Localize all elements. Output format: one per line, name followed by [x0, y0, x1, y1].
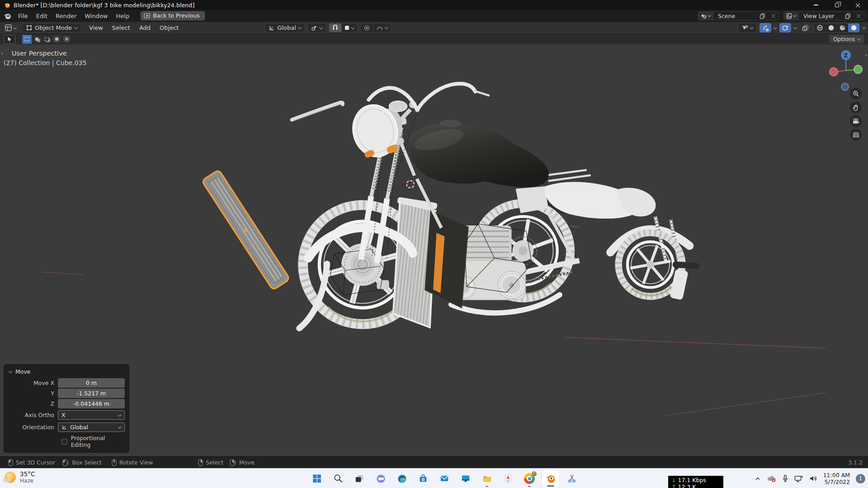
- select-subtract-button[interactable]: [42, 35, 52, 44]
- notification-badge[interactable]: 1: [856, 474, 865, 483]
- document-app-button[interactable]: [499, 469, 517, 488]
- menu-object[interactable]: Object: [156, 23, 183, 33]
- show-gizmo-toggle[interactable]: [760, 23, 771, 33]
- select-intersect-button[interactable]: [62, 35, 72, 44]
- speaker-icon[interactable]: [809, 475, 817, 482]
- shading-material-button[interactable]: [837, 23, 848, 32]
- falloff-dropdown[interactable]: [373, 23, 391, 32]
- view-layer-new-copy-button[interactable]: [842, 12, 854, 20]
- gizmo-y-axis[interactable]: [854, 66, 862, 74]
- chrome-button[interactable]: [520, 469, 538, 488]
- weather-widget[interactable]: 35°C Haze: [5, 470, 35, 484]
- onedrive-error-icon[interactable]: [767, 475, 776, 483]
- interaction-mode-dropdown[interactable]: Object Mode: [22, 23, 81, 33]
- file-explorer-button[interactable]: [478, 469, 496, 488]
- mail-button[interactable]: [435, 469, 453, 488]
- scene-name[interactable]: Scene: [713, 13, 757, 19]
- view-layer-selector[interactable]: View Layer: [783, 11, 864, 20]
- scene-browse-button[interactable]: [698, 12, 713, 20]
- selected-grille-plank-object[interactable]: [202, 169, 290, 290]
- overlays-options-chevron-icon[interactable]: [793, 25, 797, 29]
- snap-toggle[interactable]: [329, 23, 341, 32]
- menu-file[interactable]: File: [14, 11, 32, 21]
- shading-options-chevron-icon[interactable]: [862, 25, 866, 29]
- floating-rod-object[interactable]: [292, 103, 343, 121]
- viewport-canvas[interactable]: [0, 44, 868, 456]
- select-extend-button[interactable]: [32, 35, 42, 44]
- display-pen-icon[interactable]: [794, 475, 803, 483]
- search-button[interactable]: [329, 469, 347, 488]
- visibility-dropdown[interactable]: [738, 23, 757, 33]
- scene-new-copy-button[interactable]: [757, 12, 768, 20]
- motorcycle-model[interactable]: [299, 84, 656, 328]
- scene-selector[interactable]: Scene: [698, 11, 779, 20]
- proportional-editing-widget[interactable]: [360, 23, 392, 33]
- gizmo-options-chevron-icon[interactable]: [774, 25, 777, 29]
- blender-taskbar-button[interactable]: [542, 469, 560, 488]
- menu-add[interactable]: Add: [135, 23, 155, 33]
- select-set-button[interactable]: [22, 35, 32, 44]
- menu-select[interactable]: Select: [108, 23, 134, 33]
- snap-target-dropdown[interactable]: [341, 23, 357, 32]
- transform-orientation-dropdown[interactable]: Global: [265, 23, 304, 33]
- keymap-hint-select: Select: [198, 459, 223, 466]
- zoom-view-button[interactable]: [850, 88, 862, 99]
- task-view-button[interactable]: [350, 469, 368, 488]
- navigation-gizmo[interactable]: Z: [828, 47, 863, 93]
- editor-type-button[interactable]: [3, 23, 19, 32]
- snapping-widget[interactable]: [329, 23, 358, 33]
- teams-chat-button[interactable]: [372, 469, 390, 488]
- gizmo-x-axis[interactable]: [830, 68, 838, 76]
- start-button[interactable]: [308, 469, 326, 488]
- xray-toggle[interactable]: [799, 23, 811, 33]
- sidebar-expand-arrow-icon[interactable]: ‹: [865, 52, 867, 58]
- move-z-field[interactable]: -0.041446 m: [58, 399, 125, 408]
- blender-menu-logo-icon[interactable]: [4, 12, 11, 20]
- edge-button[interactable]: [393, 469, 411, 488]
- shading-solid-button[interactable]: [826, 23, 837, 32]
- proportional-icon: [364, 25, 370, 31]
- proportional-toggle[interactable]: [361, 23, 373, 32]
- back-to-previous-button[interactable]: Back to Previous: [141, 11, 205, 20]
- desktop-monitor-button[interactable]: [457, 469, 475, 488]
- menu-edit[interactable]: Edit: [32, 11, 52, 21]
- pivot-point-dropdown[interactable]: [307, 23, 326, 33]
- minimize-button[interactable]: [806, 0, 826, 10]
- view-layer-name[interactable]: View Layer: [799, 13, 842, 19]
- menu-render[interactable]: Render: [52, 11, 80, 21]
- menu-help[interactable]: Help: [112, 11, 134, 21]
- move-y-field[interactable]: -1.5217 m: [58, 389, 125, 398]
- camera-view-button[interactable]: [850, 115, 862, 127]
- hidden-icons-chevron[interactable]: [755, 476, 761, 481]
- restore-button[interactable]: [826, 0, 847, 10]
- move-panel-header[interactable]: Move: [8, 367, 125, 378]
- axis-ortho-dropdown[interactable]: X: [58, 410, 125, 420]
- proportional-editing-checkbox[interactable]: [61, 439, 67, 445]
- shading-rendered-button[interactable]: [848, 23, 859, 32]
- toggle-ortho-button[interactable]: [850, 129, 862, 141]
- download-arrow-icon: ↓: [671, 477, 676, 483]
- gizmo-minus-z-axis[interactable]: [841, 83, 849, 90]
- scene-unlink-button[interactable]: [768, 12, 778, 20]
- show-overlays-toggle[interactable]: [779, 23, 791, 33]
- toolbar-expand-arrow-icon[interactable]: ›: [1, 50, 3, 56]
- net-speed-widget[interactable]: ↓ 17.1 Kbps ↑ 12.3 K: [668, 476, 723, 488]
- view-layer-browse-button[interactable]: [784, 12, 799, 20]
- move-x-field[interactable]: 0 m: [58, 378, 125, 388]
- tool-options-dropdown[interactable]: Options: [829, 35, 864, 43]
- shading-wireframe-button[interactable]: [814, 23, 826, 32]
- orientation-dropdown[interactable]: Global: [58, 422, 125, 432]
- snipping-tool-button[interactable]: [563, 469, 581, 488]
- sun-haze-icon: [5, 472, 16, 483]
- microsoft-store-button[interactable]: [414, 469, 432, 488]
- chevron-down-icon: [385, 25, 388, 29]
- select-invert-button[interactable]: [52, 35, 62, 44]
- menu-window[interactable]: Window: [80, 11, 112, 21]
- microphone-icon[interactable]: [782, 474, 788, 483]
- view-layer-remove-button[interactable]: [854, 12, 864, 20]
- menu-view[interactable]: View: [85, 23, 107, 33]
- pan-view-hand-button[interactable]: [850, 102, 862, 113]
- active-tool-tweak-button[interactable]: [4, 35, 15, 44]
- clock-widget[interactable]: 11:00 AM 5/7/2022: [823, 472, 850, 485]
- close-button[interactable]: [847, 0, 868, 10]
